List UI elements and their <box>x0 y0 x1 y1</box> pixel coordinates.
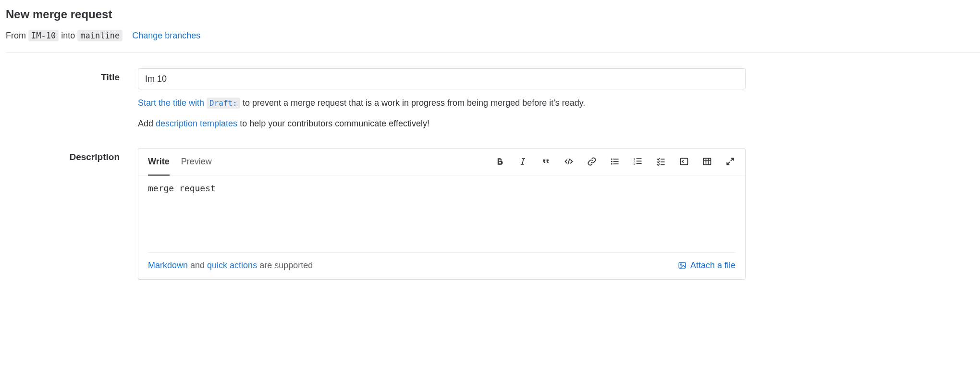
bullet-list-icon[interactable] <box>610 156 620 167</box>
into-label: into <box>61 31 75 40</box>
svg-rect-3 <box>613 159 619 160</box>
svg-rect-9 <box>637 158 642 159</box>
bold-icon[interactable] <box>494 156 505 167</box>
change-branches-link[interactable]: Change branches <box>132 31 200 40</box>
tab-write[interactable]: Write <box>148 149 170 176</box>
tab-preview[interactable]: Preview <box>181 149 212 176</box>
draft-hint-suffix: to prevent a merge request that is a wor… <box>243 98 585 108</box>
title-label: Title <box>6 68 138 83</box>
svg-point-21 <box>680 264 682 265</box>
quote-icon[interactable] <box>540 156 551 167</box>
draft-hint: Start the title with Draft: to prevent a… <box>138 96 746 110</box>
italic-icon[interactable] <box>517 156 528 167</box>
editor-tab-bar: Write Preview <box>138 149 745 175</box>
description-templates-link[interactable]: description templates <box>156 119 237 128</box>
description-editor: Write Preview <box>138 148 746 280</box>
draft-prefix-link[interactable]: Start the title with Draft: <box>138 98 243 108</box>
svg-rect-20 <box>679 262 686 268</box>
svg-rect-10 <box>637 161 642 161</box>
page-title: New merge request <box>6 8 980 21</box>
svg-point-1 <box>611 161 612 162</box>
editor-footer: Markdown and quick actions are supported… <box>148 252 735 279</box>
fullscreen-icon[interactable] <box>725 156 735 167</box>
code-icon[interactable] <box>564 156 574 167</box>
editor-toolbar: 123 <box>494 156 735 167</box>
title-input[interactable] <box>138 68 746 89</box>
image-icon <box>678 261 686 270</box>
from-label: From <box>6 31 26 40</box>
svg-rect-5 <box>613 163 619 164</box>
branch-info: From IM-10 into mainline Change branches <box>6 31 980 53</box>
draft-chip: Draft: <box>207 98 240 109</box>
target-branch-chip: mainline <box>77 30 122 41</box>
numbered-list-icon[interactable]: 123 <box>633 156 643 167</box>
task-list-icon[interactable] <box>656 156 666 167</box>
svg-rect-4 <box>613 161 619 162</box>
svg-point-0 <box>611 159 612 160</box>
svg-text:3: 3 <box>634 162 635 165</box>
svg-rect-11 <box>637 163 642 164</box>
table-icon[interactable] <box>702 156 712 167</box>
description-textarea[interactable]: merge request <box>138 175 745 252</box>
attach-file-button[interactable]: Attach a file <box>678 260 735 271</box>
template-hint: Add description templates to help your c… <box>138 117 746 131</box>
source-branch-chip: IM-10 <box>28 30 59 41</box>
svg-rect-16 <box>704 158 711 164</box>
quick-actions-link[interactable]: quick actions <box>207 260 257 270</box>
svg-point-2 <box>611 163 612 165</box>
markdown-link[interactable]: Markdown <box>148 260 188 270</box>
description-label: Description <box>6 148 138 162</box>
link-icon[interactable] <box>587 156 597 167</box>
outdent-icon[interactable] <box>679 156 689 167</box>
attach-file-label: Attach a file <box>690 260 735 271</box>
